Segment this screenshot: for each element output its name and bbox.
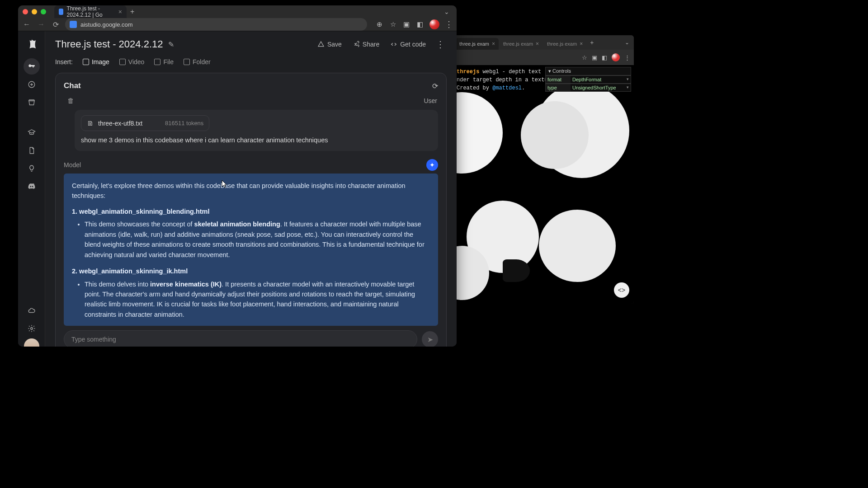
image-icon	[83, 59, 89, 65]
left-nav-rail: ›	[18, 31, 45, 347]
kebab-menu-icon[interactable]: ⋮	[624, 54, 630, 61]
sec-tab-1[interactable]: three.js exam×	[456, 38, 499, 50]
close-window-icon[interactable]	[23, 9, 28, 14]
browser-tab[interactable]: Three.js test - 2024.2.12 | Go ×	[54, 5, 127, 18]
video-icon	[119, 59, 126, 65]
page-title: Three.js test - 2024.2.12	[55, 38, 163, 50]
sec-tab-2[interactable]: three.js exam×	[500, 38, 542, 50]
demo-caption: threejs webgl - depth text nder target d…	[457, 68, 548, 92]
sidepanel-icon[interactable]: ◧	[416, 20, 424, 28]
nav-settings-icon[interactable]	[24, 320, 40, 337]
share-button[interactable]: Share	[350, 39, 382, 50]
nav-docs-icon[interactable]	[24, 142, 40, 159]
chat-input-placeholder: Type something	[71, 336, 116, 343]
sec-tab-3[interactable]: three.js exam×	[543, 38, 586, 50]
attachment-tokens: 816511 tokens	[165, 120, 203, 127]
view-source-button[interactable]: <>	[614, 282, 629, 298]
model-item2-title: 2. webgl_animation_skinning_ik.html	[72, 266, 430, 276]
nav-ideas-icon[interactable]	[24, 160, 40, 177]
nav-archive-icon[interactable]	[24, 94, 40, 111]
reload-button[interactable]: ⟳	[51, 19, 61, 29]
chat-input[interactable]: Type something	[64, 330, 417, 347]
insert-video[interactable]: Video	[119, 58, 145, 66]
mouse-cursor-icon	[222, 180, 227, 188]
gui-title[interactable]: ▾ Controls	[545, 67, 631, 75]
close-icon[interactable]: ×	[536, 41, 539, 47]
model-item1-body: This demo showcases the concept of skele…	[85, 219, 430, 260]
gui-row-type[interactable]: type UnsignedShortType▾	[545, 84, 631, 92]
model-item2-body: This demo delves into inverse kinematics…	[85, 279, 430, 320]
bookmark-icon[interactable]: ☆	[389, 20, 397, 28]
get-code-button[interactable]: Get code	[387, 39, 429, 50]
insert-label: Insert:	[55, 58, 73, 66]
save-button[interactable]: Save	[315, 39, 344, 50]
secondary-toolbar: ☆ ▣ ◧ ⋮	[453, 50, 634, 65]
url-text: aistudio.google.com	[80, 21, 133, 28]
minimize-window-icon[interactable]	[32, 9, 37, 14]
star-icon[interactable]: ☆	[582, 54, 587, 61]
attachment-name: three-ex-utf8.txt	[98, 120, 142, 127]
model-item1-title: 1. webgl_animation_skinning_blending.htm…	[72, 206, 430, 216]
user-role-label: User	[424, 97, 437, 104]
model-role-label: Model	[64, 161, 81, 169]
refresh-chat-icon[interactable]: ⟳	[432, 82, 438, 90]
insert-file[interactable]: File	[154, 58, 174, 66]
nav-key-icon[interactable]	[24, 58, 40, 75]
address-bar[interactable]: aistudio.google.com	[65, 18, 367, 31]
site-icon	[70, 21, 77, 28]
insert-toolbar: Insert: Image Video File Folder	[55, 58, 447, 66]
nav-cloud-icon[interactable]	[24, 302, 40, 319]
app-logo[interactable]	[25, 38, 38, 51]
file-icon	[154, 59, 160, 65]
main-browser-window: Three.js test - 2024.2.12 | Go × + ⌄ ← →…	[18, 5, 457, 347]
edit-title-icon[interactable]: ✎	[168, 40, 174, 49]
tab-title: Three.js test - 2024.2.12 | Go	[67, 5, 115, 18]
tab-overflow-icon[interactable]: ⌄	[441, 8, 452, 15]
zoom-icon[interactable]: ⊕	[375, 20, 383, 28]
model-sparkle-icon[interactable]: ✦	[426, 159, 438, 171]
extensions-icon[interactable]: ▣	[402, 20, 410, 28]
nav-discord-icon[interactable]	[24, 178, 40, 195]
user-avatar[interactable]	[24, 338, 39, 347]
close-icon[interactable]: ×	[492, 41, 495, 47]
attachment-chip[interactable]: 🗎 three-ex-utf8.txt 816511 tokens	[81, 115, 209, 131]
folder-icon	[184, 59, 190, 65]
svg-point-1	[30, 328, 33, 330]
fullscreen-window-icon[interactable]	[41, 9, 46, 14]
insert-folder[interactable]: Folder	[184, 58, 211, 66]
insert-image[interactable]: Image	[83, 58, 109, 66]
close-icon[interactable]: ×	[580, 41, 583, 47]
model-intro: Certainly, let's explore three demos wit…	[72, 181, 430, 201]
kebab-menu-icon[interactable]: ⋮	[445, 19, 453, 29]
profile-avatar[interactable]	[429, 19, 439, 29]
new-tab-button[interactable]: +	[587, 39, 596, 46]
chat-panel: Chat ⟳ 🗑 User 🗎 three-ex-utf8.txt 816511…	[55, 73, 447, 347]
send-button[interactable]: ➤	[422, 331, 438, 347]
profile-avatar[interactable]	[612, 53, 620, 61]
titlebar: Three.js test - 2024.2.12 | Go × + ⌄	[18, 5, 457, 18]
header-kebab-icon[interactable]: ⋮	[434, 39, 447, 50]
secondary-browser-window: three.js exam× three.js exam× three.js e…	[453, 35, 634, 304]
tab-overflow-icon[interactable]: ⌄	[623, 39, 631, 46]
model-message: Certainly, let's explore three demos wit…	[64, 174, 438, 326]
user-message: 🗎 three-ex-utf8.txt 816511 tokens show m…	[75, 110, 438, 151]
favicon-icon	[59, 9, 63, 15]
back-button[interactable]: ←	[22, 19, 32, 29]
close-tab-icon[interactable]: ×	[118, 8, 122, 15]
panel-icon[interactable]: ◧	[602, 54, 607, 61]
gui-row-format[interactable]: format DepthFormat▾	[545, 75, 631, 84]
forward-button[interactable]: →	[36, 19, 46, 29]
chat-title: Chat	[64, 81, 81, 90]
threejs-demo-viewport[interactable]: threejs webgl - depth text nder target d…	[453, 65, 634, 304]
window-controls[interactable]	[23, 9, 46, 14]
page-header: Three.js test - 2024.2.12 ✎ Save Share G…	[55, 38, 447, 50]
dat-gui-panel[interactable]: ▾ Controls format DepthFormat▾ type Unsi…	[545, 67, 631, 92]
nav-learn-icon[interactable]	[24, 124, 40, 141]
new-tab-button[interactable]: +	[130, 8, 134, 16]
nav-create-icon[interactable]	[24, 76, 40, 93]
user-query-text: show me 3 demos in this codebase where i…	[81, 136, 432, 145]
address-bar-row: ← → ⟳ aistudio.google.com ⊕ ☆ ▣ ◧ ⋮	[18, 18, 457, 31]
delete-message-icon[interactable]: 🗑	[67, 97, 74, 104]
file-icon: 🗎	[87, 119, 94, 127]
extension-icon[interactable]: ▣	[592, 54, 597, 61]
